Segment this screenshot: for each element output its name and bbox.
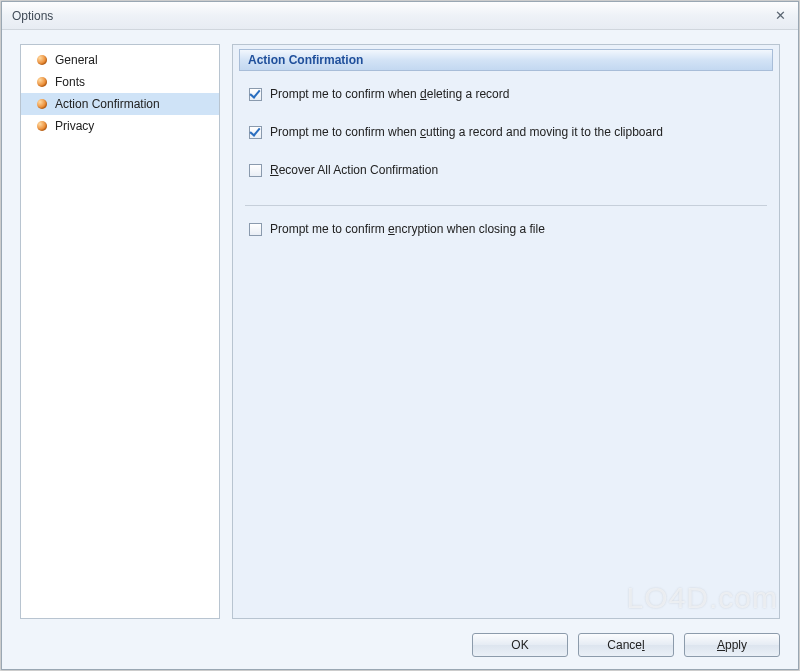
- dialog-buttons: OK Cancel Apply: [472, 633, 780, 657]
- option-prompt-cut[interactable]: Prompt me to confirm when cutting a reco…: [239, 117, 773, 147]
- checkbox-label[interactable]: Prompt me to confirm encryption when clo…: [270, 222, 545, 236]
- sidebar-item-general[interactable]: General: [21, 49, 219, 71]
- settings-panel: Action Confirmation Prompt me to confirm…: [232, 44, 780, 619]
- section-header: Action Confirmation: [239, 49, 773, 71]
- checkbox[interactable]: [249, 88, 262, 101]
- titlebar: Options ✕: [2, 2, 798, 30]
- content-area: General Fonts Action Confirmation Privac…: [20, 44, 780, 619]
- sidebar-item-label: Action Confirmation: [55, 97, 160, 111]
- sidebar-item-label: Fonts: [55, 75, 85, 89]
- window-title: Options: [12, 9, 768, 23]
- checkbox[interactable]: [249, 223, 262, 236]
- sidebar-item-fonts[interactable]: Fonts: [21, 71, 219, 93]
- sidebar-item-action-confirmation[interactable]: Action Confirmation: [21, 93, 219, 115]
- sidebar-item-privacy[interactable]: Privacy: [21, 115, 219, 137]
- divider: [245, 205, 767, 206]
- checkbox[interactable]: [249, 126, 262, 139]
- ok-button[interactable]: OK: [472, 633, 568, 657]
- option-prompt-delete[interactable]: Prompt me to confirm when deleting a rec…: [239, 79, 773, 109]
- bullet-icon: [37, 121, 47, 131]
- checkbox-label[interactable]: Prompt me to confirm when cutting a reco…: [270, 125, 663, 139]
- checkbox[interactable]: [249, 164, 262, 177]
- bullet-icon: [37, 99, 47, 109]
- checkbox-label[interactable]: Prompt me to confirm when deleting a rec…: [270, 87, 509, 101]
- cancel-button[interactable]: Cancel: [578, 633, 674, 657]
- option-prompt-encryption[interactable]: Prompt me to confirm encryption when clo…: [239, 214, 773, 244]
- sidebar-item-label: Privacy: [55, 119, 94, 133]
- close-icon[interactable]: ✕: [768, 7, 792, 25]
- bullet-icon: [37, 77, 47, 87]
- category-sidebar: General Fonts Action Confirmation Privac…: [20, 44, 220, 619]
- sidebar-item-label: General: [55, 53, 98, 67]
- options-dialog: Options ✕ General Fonts Action Confirmat…: [1, 1, 799, 670]
- checkbox-label[interactable]: Recover All Action Confirmation: [270, 163, 438, 177]
- option-recover-all[interactable]: Recover All Action Confirmation: [239, 155, 773, 185]
- apply-button[interactable]: Apply: [684, 633, 780, 657]
- bullet-icon: [37, 55, 47, 65]
